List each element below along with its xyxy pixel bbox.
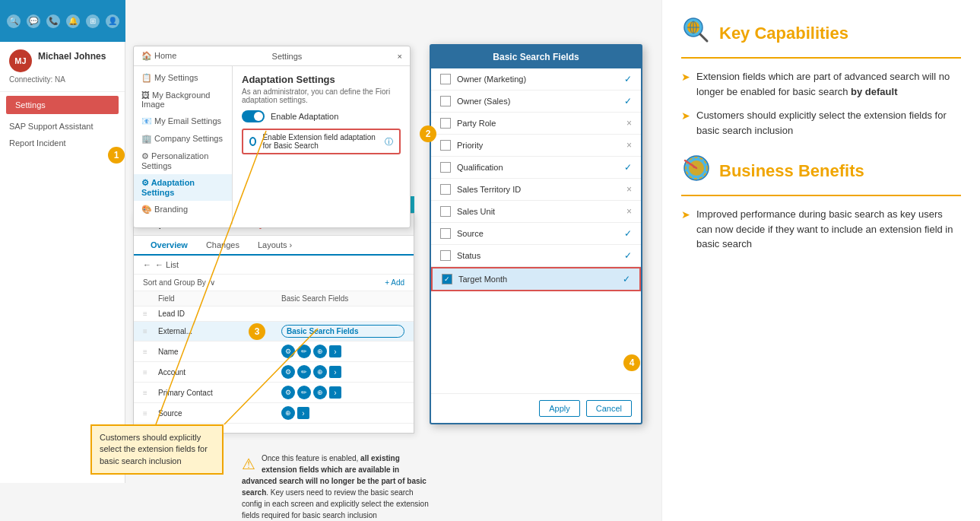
bsf-status-icon: ✓ [624, 162, 632, 173]
row-expand-btn[interactable]: › [329, 345, 341, 357]
row-icon-edit[interactable]: ✏ [297, 386, 311, 399]
bsf-checkbox[interactable] [440, 96, 451, 106]
bsf-status-icon: ✓ [623, 274, 630, 284]
row-action-icons: ⚙ ✏ ⊕ › [281, 365, 404, 379]
row-handle: ≡ [143, 348, 158, 356]
row-icon-copy[interactable]: ⊕ [313, 345, 327, 358]
bsf-checkbox-checked[interactable]: ✓ [442, 274, 452, 284]
menu-email[interactable]: 📧 My Email Settings [134, 113, 232, 130]
table-row: ≡ Lead ID [134, 307, 414, 322]
row-expand-btn[interactable]: › [297, 407, 309, 419]
settings-tab-label: Settings [272, 52, 303, 61]
extension-field-label: Enable Extension field adaptation for Ba… [262, 133, 379, 150]
settings-panel: 🏠 Home Settings × 📋 My Settings 🖼 My Bac… [133, 46, 411, 228]
row-action-icons: ⊕ › [281, 406, 404, 420]
badge-2: 2 [420, 125, 436, 142]
table-row-name: ≡ Name ⚙ ✏ ⊕ › [134, 342, 414, 362]
bsf-checkbox[interactable] [440, 206, 451, 217]
info-icon[interactable]: ⓘ [385, 136, 393, 148]
sidebar-item-report-incident[interactable]: Report Incident [0, 135, 125, 151]
row-icon-edit[interactable]: ✏ [297, 345, 311, 358]
callout-box: Customers should explicitly select the e… [90, 424, 224, 475]
row-icon-settings[interactable]: ⚙ [281, 365, 295, 379]
bsf-checkbox[interactable] [440, 140, 451, 151]
bsf-field-label: Party Role [457, 119, 496, 128]
bsf-checkbox[interactable] [440, 250, 451, 261]
row-field-lead-id: Lead ID [158, 310, 281, 318]
bullet-arrow-icon: ➤ [681, 208, 690, 221]
warning-text: Once this feature is enabled, all existi… [242, 454, 429, 519]
menu-personalization[interactable]: ⚙ Personalization Settings [134, 148, 232, 174]
extension-field-radio[interactable] [249, 137, 256, 146]
key-capabilities-icon [681, 15, 712, 51]
tab-overview[interactable]: Overview [141, 236, 197, 256]
bsf-checkbox[interactable] [440, 184, 451, 195]
menu-my-settings[interactable]: 📋 My Settings [134, 69, 232, 87]
bsf-footer: Apply Cancel [431, 393, 641, 423]
sidebar-item-settings[interactable]: Settings [6, 96, 119, 114]
avatar: MJ [9, 49, 32, 72]
grid-icon[interactable]: ⊞ [86, 14, 100, 28]
adaptation-settings-title: Adaptation Settings [242, 74, 401, 85]
chat-icon[interactable]: 💬 [27, 14, 40, 28]
bsf-pill[interactable]: Basic Search Fields [281, 325, 404, 338]
row-expand-btn[interactable]: › [329, 386, 341, 399]
adapt-toolbar: Sort and Group By ∨ + Add [134, 275, 414, 291]
add-button[interactable]: + Add [385, 278, 404, 287]
col-bsf: Basic Search Fields [281, 294, 404, 303]
bsf-field-label: Sales Unit [457, 207, 495, 216]
row-handle: ≡ [143, 368, 158, 376]
bullet-arrow-icon: ➤ [681, 110, 690, 122]
menu-company[interactable]: 🏢 Company Settings [134, 130, 232, 148]
menu-adaptation[interactable]: ⚙ Adaptation Settings [134, 174, 232, 201]
row-icon-settings[interactable]: ⚙ [281, 345, 295, 358]
home-link[interactable]: 🏠 Home [141, 51, 176, 61]
row-icon-edit[interactable]: ✏ [297, 365, 311, 379]
row-handle: ≡ [143, 409, 158, 418]
bsf-status-icon: × [626, 184, 632, 195]
bb-bullet-1: ➤ Improved performance during basic sear… [681, 207, 961, 252]
enable-adaptation-toggle[interactable] [242, 110, 265, 122]
row-icon-copy[interactable]: ⊕ [313, 386, 327, 399]
row-icon-settings[interactable]: ⚙ [281, 386, 295, 399]
row-icon-copy[interactable]: ⊕ [313, 365, 327, 379]
bsf-checkbox[interactable] [440, 74, 451, 84]
list-header: ← ← List [134, 256, 414, 275]
menu-branding[interactable]: 🎨 Branding [134, 201, 232, 218]
connectivity-status: Connectivity: NA [9, 72, 116, 84]
menu-background[interactable]: 🖼 My Background Image [134, 87, 232, 113]
apply-button[interactable]: Apply [539, 400, 580, 417]
col-field: Field [158, 294, 281, 303]
bsf-status-icon: × [626, 140, 632, 151]
bsf-dialog: Basic Search Fields Owner (Marketing) ✓ … [430, 44, 642, 424]
warning-icon: ⚠ [242, 453, 255, 475]
tab-layouts[interactable]: Layouts › [249, 236, 301, 254]
cancel-button[interactable]: Cancel [586, 400, 632, 417]
row-icon-copy[interactable]: ⊕ [281, 406, 295, 420]
phone-icon[interactable]: 📞 [46, 14, 60, 28]
bsf-checkbox[interactable] [440, 228, 451, 239]
row-expand-btn[interactable]: › [329, 366, 341, 378]
bsf-checkbox[interactable] [440, 162, 451, 173]
bsf-checkbox[interactable] [440, 118, 451, 129]
bsf-row-status: Status ✓ [431, 245, 641, 267]
bell-icon[interactable]: 🔔 [66, 14, 80, 28]
tab-changes[interactable]: Changes [197, 236, 249, 254]
close-icon[interactable]: × [398, 52, 402, 61]
bsf-dialog-header: Basic Search Fields [431, 46, 641, 68]
enable-adaptation-row: Enable Adaptation [242, 110, 401, 122]
bsf-status-icon: ✓ [624, 228, 632, 239]
bsf-field-label: Owner (Marketing) [457, 75, 526, 84]
bsf-status-icon: ✓ [624, 250, 632, 261]
search-icon[interactable]: 🔍 [7, 14, 21, 28]
sidebar-item-sap-support[interactable]: SAP Support Assistant [0, 118, 125, 135]
bsf-status-icon: ✓ [624, 74, 632, 84]
bsf-field-label: Target Month [458, 275, 507, 284]
back-arrow-icon[interactable]: ← [143, 260, 151, 269]
extension-field-row[interactable]: Enable Extension field adaptation for Ba… [242, 129, 401, 154]
user-icon[interactable]: 👤 [106, 14, 119, 28]
sap-sidebar: MJ Michael Johnes Connectivity: NA Setti… [0, 42, 125, 483]
kc-bullet-2: ➤ Customers should explicitly select the… [681, 108, 961, 138]
sap-top-bar: 🔍 💬 📞 🔔 ⊞ 👤 [0, 0, 125, 42]
table-header: Field Basic Search Fields [134, 291, 414, 307]
